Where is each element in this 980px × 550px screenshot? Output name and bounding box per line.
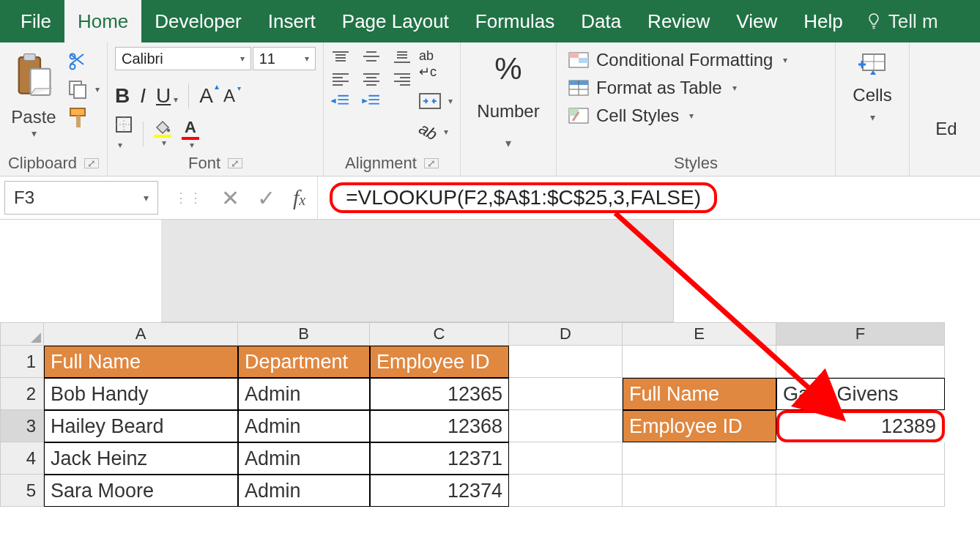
alignment-launcher-icon[interactable]: ⤢ <box>424 158 439 168</box>
tab-home[interactable]: Home <box>64 0 141 42</box>
cell-C1[interactable]: Employee ID <box>370 346 509 378</box>
font-launcher-icon[interactable]: ⤢ <box>228 158 242 168</box>
insert-function-button[interactable]: fx <box>293 185 305 210</box>
formula-input[interactable]: =VLOOKUP(F2,$A$1:$C$25,3,FALSE) <box>318 176 980 219</box>
cell-A5[interactable]: Sara Moore <box>44 475 238 507</box>
format-as-table-button[interactable]: Format as Table <box>568 78 823 98</box>
col-header-D[interactable]: D <box>509 322 623 346</box>
tab-review[interactable]: Review <box>634 0 723 42</box>
col-header-E[interactable]: E <box>623 322 776 346</box>
cell-A3[interactable]: Hailey Beard <box>44 410 238 442</box>
font-size-combo[interactable]: 11▾ <box>253 47 316 70</box>
cell-D3[interactable] <box>509 410 623 442</box>
align-center-button[interactable] <box>362 72 381 86</box>
align-right-button[interactable] <box>393 72 412 86</box>
row-header-3[interactable]: 3 <box>0 410 44 442</box>
copy-button[interactable] <box>67 79 100 100</box>
row-header-2[interactable]: 2 <box>0 378 44 410</box>
name-box-value: F3 <box>14 187 34 208</box>
cell-F3[interactable]: 12389 <box>776 410 945 442</box>
tab-file[interactable]: File <box>7 0 64 42</box>
cell-B5[interactable]: Admin <box>238 475 370 507</box>
select-all-corner[interactable] <box>0 322 44 346</box>
merge-icon <box>419 93 441 109</box>
spreadsheet-grid[interactable]: A B C D E F 1 Full Name Department Emplo… <box>0 322 980 507</box>
cell-C5[interactable]: 12374 <box>370 475 509 507</box>
bold-button[interactable]: B <box>115 84 130 108</box>
align-left-button[interactable] <box>331 72 350 86</box>
col-header-C[interactable]: C <box>370 322 509 346</box>
cell-F4[interactable] <box>776 442 945 475</box>
name-box[interactable]: F3▾ <box>4 181 158 215</box>
cell-E1[interactable] <box>623 346 776 378</box>
cell-C2[interactable]: 12365 <box>370 378 509 410</box>
decrease-font-button[interactable]: A <box>223 86 235 106</box>
enter-formula-button[interactable]: ✓ <box>257 185 275 211</box>
col-header-B[interactable]: B <box>238 322 370 346</box>
tab-formulas[interactable]: Formulas <box>462 0 568 42</box>
number-format-dropdown[interactable]: ▾ <box>505 136 511 150</box>
cell-B1[interactable]: Department <box>238 346 370 378</box>
orientation-button[interactable]: ab <box>419 122 453 141</box>
fill-color-button[interactable] <box>154 120 171 148</box>
wrap-text-button[interactable]: ab↵c <box>419 48 453 80</box>
paint-bucket-icon <box>154 120 171 135</box>
increase-indent-button[interactable] <box>362 94 381 108</box>
cell-B3[interactable]: Admin <box>238 410 370 442</box>
borders-button[interactable] <box>115 116 133 152</box>
cancel-formula-button[interactable]: ✕ <box>221 185 240 211</box>
row-header-1[interactable]: 1 <box>0 346 44 378</box>
align-top-button[interactable] <box>331 50 350 64</box>
align-middle-button[interactable] <box>362 50 381 64</box>
merge-center-button[interactable] <box>419 93 453 109</box>
percent-style-button[interactable]: % <box>494 51 521 86</box>
cell-A1[interactable]: Full Name <box>44 346 238 378</box>
cell-E5[interactable] <box>623 475 776 507</box>
cell-A4[interactable]: Jack Heinz <box>44 442 238 475</box>
cell-F5[interactable] <box>776 475 945 507</box>
cell-B2[interactable]: Admin <box>238 378 370 410</box>
cell-C3[interactable]: 12368 <box>370 410 509 442</box>
cell-E2[interactable]: Full Name <box>623 378 776 410</box>
font-name-combo[interactable]: Calibri▾ <box>115 47 251 70</box>
cell-styles-button[interactable]: Cell Styles <box>568 105 823 126</box>
cell-B4[interactable]: Admin <box>238 442 370 475</box>
cell-D2[interactable] <box>509 378 623 410</box>
cell-C4[interactable]: 12371 <box>370 442 509 475</box>
cell-E4[interactable] <box>623 442 776 475</box>
cell-F2[interactable]: Gabe Givens <box>776 378 945 410</box>
cut-button[interactable] <box>67 51 100 72</box>
tab-insert[interactable]: Insert <box>255 0 329 42</box>
tab-help[interactable]: Help <box>790 0 855 42</box>
align-bottom-button[interactable] <box>393 50 412 64</box>
cell-F1[interactable] <box>776 346 945 378</box>
clipboard-launcher-icon[interactable]: ⤢ <box>84 158 99 168</box>
col-header-F[interactable]: F <box>776 322 945 346</box>
conditional-formatting-button[interactable]: Conditional Formatting <box>568 50 823 70</box>
tab-view[interactable]: View <box>723 0 790 42</box>
tab-data[interactable]: Data <box>568 0 634 42</box>
cell-D1[interactable] <box>509 346 623 378</box>
cell-E3[interactable]: Employee ID <box>623 410 776 442</box>
underline-button[interactable]: U <box>156 84 178 108</box>
col-header-A[interactable]: A <box>44 322 238 346</box>
alignment-group-label: Alignment <box>345 154 417 173</box>
font-color-button[interactable]: A <box>182 118 199 150</box>
italic-button[interactable]: I <box>140 84 146 108</box>
row-header-5[interactable]: 5 <box>0 475 44 507</box>
increase-font-button[interactable]: A <box>199 84 213 108</box>
cell-D5[interactable] <box>509 475 623 507</box>
format-painter-button[interactable] <box>67 107 100 129</box>
cell-A2[interactable]: Bob Handy <box>44 378 238 410</box>
cell-D4[interactable] <box>509 442 623 475</box>
paste-button[interactable]: Paste ▾ <box>7 51 60 139</box>
svg-point-4 <box>70 64 75 70</box>
tell-me[interactable]: Tell m <box>856 0 947 42</box>
number-group-text: Number <box>477 101 539 122</box>
cells-button[interactable]: Cells ▾ <box>843 47 902 123</box>
ribbon-tabs: File Home Developer Insert Page Layout F… <box>0 0 980 42</box>
tab-page-layout[interactable]: Page Layout <box>329 0 462 42</box>
row-header-4[interactable]: 4 <box>0 442 44 475</box>
tab-developer[interactable]: Developer <box>141 0 255 42</box>
decrease-indent-button[interactable] <box>331 94 350 108</box>
